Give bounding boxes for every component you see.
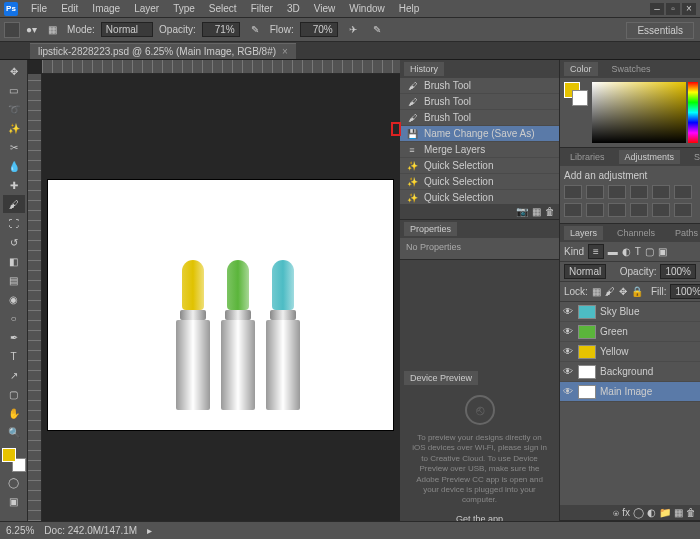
layers-tab[interactable]: Layers bbox=[564, 226, 603, 240]
menu-3d[interactable]: 3D bbox=[280, 0, 307, 18]
path-tool[interactable]: ↗ bbox=[3, 366, 25, 384]
layer-thumbnail[interactable] bbox=[578, 325, 596, 339]
libraries-tab[interactable]: Libraries bbox=[564, 150, 611, 164]
history-item[interactable]: ≡Merge Layers bbox=[400, 142, 559, 158]
doc-size[interactable]: Doc: 242.0M/147.1M bbox=[44, 525, 137, 536]
layer-thumbnail[interactable] bbox=[578, 345, 596, 359]
pen-tool[interactable]: ✒ bbox=[3, 328, 25, 346]
stamp-tool[interactable]: ⛶ bbox=[3, 214, 25, 232]
adj-hue-icon[interactable] bbox=[674, 185, 692, 199]
adj-vibrance-icon[interactable] bbox=[652, 185, 670, 199]
history-new-icon[interactable]: ▦ bbox=[532, 206, 541, 217]
layer-opacity-field[interactable]: 100% bbox=[660, 264, 696, 279]
blend-mode-dropdown[interactable]: Normal bbox=[101, 22, 153, 37]
color-tab[interactable]: Color bbox=[564, 62, 598, 76]
lock-pixels-icon[interactable]: 🖌 bbox=[605, 286, 615, 297]
layer-row[interactable]: 👁Yellow bbox=[560, 342, 700, 362]
menu-type[interactable]: Type bbox=[166, 0, 202, 18]
hue-slider[interactable] bbox=[688, 82, 698, 143]
move-tool[interactable]: ✥ bbox=[3, 62, 25, 80]
screen-mode-icon[interactable]: ▣ bbox=[3, 492, 25, 510]
adj-posterize-icon[interactable] bbox=[674, 203, 692, 217]
history-item[interactable]: ✨Quick Selection bbox=[400, 190, 559, 204]
document-canvas[interactable] bbox=[48, 180, 393, 430]
color-bg-swatch[interactable] bbox=[572, 90, 588, 106]
brush-tool[interactable]: 🖌 bbox=[3, 195, 25, 213]
flow-field[interactable]: 70% bbox=[300, 22, 338, 37]
maximize-button[interactable]: ▫ bbox=[666, 3, 680, 15]
layer-name[interactable]: Sky Blue bbox=[600, 306, 639, 317]
color-picker[interactable] bbox=[560, 78, 700, 147]
visibility-icon[interactable]: 👁 bbox=[562, 306, 574, 317]
close-button[interactable]: × bbox=[682, 3, 696, 15]
close-tab-icon[interactable]: × bbox=[282, 46, 288, 57]
workspace-switcher[interactable]: Essentials bbox=[626, 22, 694, 39]
layer-name[interactable]: Yellow bbox=[600, 346, 629, 357]
menu-view[interactable]: View bbox=[307, 0, 343, 18]
link-layers-icon[interactable]: ⍟ bbox=[613, 507, 619, 518]
zoom-tool[interactable]: 🔍 bbox=[3, 423, 25, 441]
delete-layer-icon[interactable]: 🗑 bbox=[686, 507, 696, 518]
filter-type-icon[interactable]: T bbox=[635, 246, 641, 257]
hand-tool[interactable]: ✋ bbox=[3, 404, 25, 422]
history-item[interactable]: 🖌Brush Tool bbox=[400, 110, 559, 126]
layer-thumbnail[interactable] bbox=[578, 305, 596, 319]
adj-brightness-icon[interactable] bbox=[564, 185, 582, 199]
history-item[interactable]: 🖌Brush Tool bbox=[400, 78, 559, 94]
quick-mask-icon[interactable]: ◯ bbox=[3, 473, 25, 491]
type-tool[interactable]: T bbox=[3, 347, 25, 365]
adj-curves-icon[interactable] bbox=[608, 185, 626, 199]
lasso-tool[interactable]: ➰ bbox=[3, 100, 25, 118]
airbrush-icon[interactable]: ✈ bbox=[344, 21, 362, 39]
swatches-tab[interactable]: Swatches bbox=[606, 62, 657, 76]
adj-channel-mixer-icon[interactable] bbox=[608, 203, 626, 217]
adj-lookup-icon[interactable] bbox=[630, 203, 648, 217]
shape-tool[interactable]: ▢ bbox=[3, 385, 25, 403]
history-item[interactable]: 💾Name Change (Save As) bbox=[400, 126, 559, 142]
menu-filter[interactable]: Filter bbox=[244, 0, 280, 18]
opacity-field[interactable]: 71% bbox=[202, 22, 240, 37]
blur-tool[interactable]: ◉ bbox=[3, 290, 25, 308]
new-group-icon[interactable]: 📁 bbox=[659, 507, 671, 518]
layer-name[interactable]: Main Image bbox=[600, 386, 652, 397]
paths-tab[interactable]: Paths bbox=[669, 226, 700, 240]
menu-layer[interactable]: Layer bbox=[127, 0, 166, 18]
menu-edit[interactable]: Edit bbox=[54, 0, 85, 18]
color-swatches[interactable] bbox=[2, 448, 26, 472]
adj-bw-icon[interactable] bbox=[564, 203, 582, 217]
adj-levels-icon[interactable] bbox=[586, 185, 604, 199]
adj-invert-icon[interactable] bbox=[652, 203, 670, 217]
blend-mode-dropdown[interactable]: Normal bbox=[564, 264, 606, 279]
eraser-tool[interactable]: ◧ bbox=[3, 252, 25, 270]
history-delete-icon[interactable]: 🗑 bbox=[545, 206, 555, 217]
crop-tool[interactable]: ✂ bbox=[3, 138, 25, 156]
menu-help[interactable]: Help bbox=[392, 0, 427, 18]
visibility-icon[interactable]: 👁 bbox=[562, 346, 574, 357]
opacity-pressure-icon[interactable]: ✎ bbox=[246, 21, 264, 39]
adj-exposure-icon[interactable] bbox=[630, 185, 648, 199]
history-snapshot-icon[interactable]: 📷 bbox=[516, 206, 528, 217]
layer-name[interactable]: Green bbox=[600, 326, 628, 337]
layer-row[interactable]: 👁Main Image bbox=[560, 382, 700, 402]
new-adj-layer-icon[interactable]: ◐ bbox=[647, 507, 656, 518]
layer-row[interactable]: 👁Sky Blue bbox=[560, 302, 700, 322]
visibility-icon[interactable]: 👁 bbox=[562, 366, 574, 377]
dodge-tool[interactable]: ○ bbox=[3, 309, 25, 327]
gradient-tool[interactable]: ▤ bbox=[3, 271, 25, 289]
lock-all-icon[interactable]: 🔒 bbox=[631, 286, 643, 297]
menu-file[interactable]: File bbox=[24, 0, 54, 18]
adj-photo-filter-icon[interactable] bbox=[586, 203, 604, 217]
properties-tab[interactable]: Properties bbox=[404, 222, 457, 236]
menu-window[interactable]: Window bbox=[342, 0, 392, 18]
canvas-area[interactable] bbox=[28, 60, 400, 521]
history-item[interactable]: ✨Quick Selection bbox=[400, 174, 559, 190]
channels-tab[interactable]: Channels bbox=[611, 226, 661, 240]
history-item[interactable]: 🖌Brush Tool bbox=[400, 94, 559, 110]
styles-tab[interactable]: Styles bbox=[688, 150, 700, 164]
healing-tool[interactable]: ✚ bbox=[3, 176, 25, 194]
filter-pixel-icon[interactable]: ▬ bbox=[608, 246, 618, 257]
layer-name[interactable]: Background bbox=[600, 366, 653, 377]
menu-select[interactable]: Select bbox=[202, 0, 244, 18]
layer-mask-icon[interactable]: ◯ bbox=[633, 507, 644, 518]
history-brush-tool[interactable]: ↺ bbox=[3, 233, 25, 251]
